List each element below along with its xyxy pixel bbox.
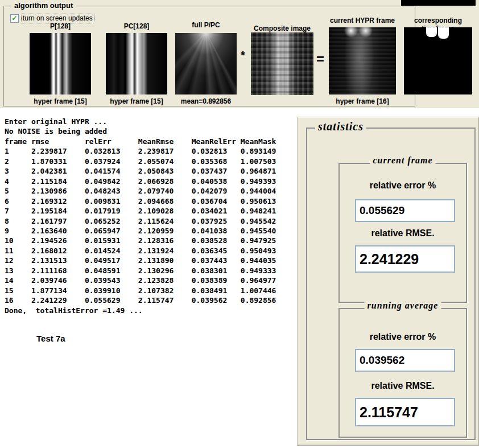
caption-mean: mean=0.892856 [168, 97, 243, 105]
running-average-groupbox: running average relative error % 0.03956… [338, 308, 467, 438]
current-relative-rmse-field[interactable]: 2.241229 [355, 245, 455, 273]
pc-image [106, 33, 167, 94]
screen-updates-checkbox[interactable]: ✓ [10, 14, 19, 23]
current-relative-error-field[interactable]: 0.055629 [355, 199, 455, 222]
screen-updates-checkbox-label[interactable]: turn on screen updates [22, 14, 94, 23]
equals-operator: = [316, 51, 324, 67]
app-window: algorithm output ✓ turn on screen update… [0, 0, 479, 448]
current-relative-error-label: relative error % [340, 180, 466, 191]
corresponding-timeframe-image [404, 27, 472, 94]
current-frame-groupbox: current frame relative error % 0.055629 … [338, 163, 467, 303]
checkmark-icon: ✓ [11, 14, 17, 22]
timeframe-blob [438, 27, 449, 39]
figure-label-fullppc: full P/PC [175, 21, 237, 29]
caption-hypr: hyper frame [16] [325, 97, 400, 105]
full-ppc-image [175, 33, 237, 94]
figure-label-pc: PC[128] [106, 22, 167, 30]
statistics-groupbox: statistics current frame relative error … [306, 128, 476, 440]
console-output: Enter original HYPR ... No NOISE is bein… [5, 117, 276, 315]
statistics-panel: statistics current frame relative error … [297, 117, 479, 446]
caption-p: hyper frame [15] [23, 97, 98, 105]
figure-label-composite: Composite image [249, 24, 315, 32]
current-hypr-frame-image [329, 27, 396, 94]
running-relative-rmse-field[interactable]: 2.115747 [355, 398, 455, 426]
composite-image [251, 32, 313, 95]
running-relative-rmse-label: relative RMSE. [340, 381, 466, 391]
test-label: Test 7a [36, 334, 65, 343]
current-frame-title: current frame [370, 155, 436, 166]
timeframe-blob [426, 27, 437, 37]
figure-label-hypr: current HYPR frame [323, 17, 402, 24]
algorithm-output-title: algorithm output [11, 1, 76, 10]
current-relative-rmse-label: relative RMSE. [340, 228, 466, 239]
running-relative-error-field[interactable]: 0.039562 [355, 349, 455, 372]
algorithm-output-strip: algorithm output ✓ turn on screen update… [0, 0, 479, 108]
p-image [30, 33, 91, 94]
figure-label-p: P[128] [30, 22, 91, 30]
caption-pc: hyper frame [15] [99, 97, 174, 105]
statistics-title: statistics [315, 120, 366, 133]
running-relative-error-label: relative error % [340, 332, 466, 342]
running-average-title: running average [365, 301, 441, 311]
multiply-operator: * [241, 49, 245, 62]
background-window-strip [401, 0, 476, 6]
